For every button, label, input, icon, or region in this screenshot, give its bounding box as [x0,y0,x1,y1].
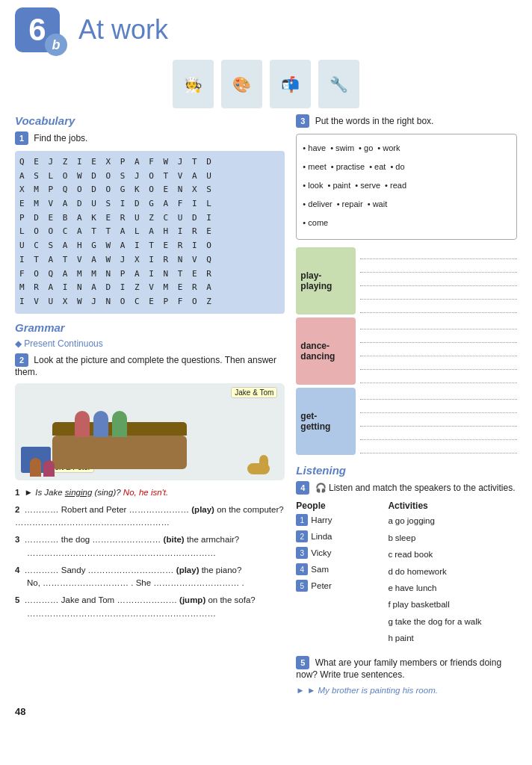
category-row-play: play-playing [296,247,517,315]
answer-line [360,401,517,413]
task1-number: 1 [15,131,28,145]
answer-line [360,415,517,427]
activity-h: hpaint [388,631,517,645]
ws-row-6: L O O C A T T A L A H I R E [19,225,280,239]
illus-waiter: 🧑‍🍳 [173,60,214,108]
answer-line [360,318,517,329]
task4-number: 4 [296,481,309,495]
word-row-1: have swim go work [303,140,510,156]
questions-list: 1 ► Is Jake singing (sing)? No, he isn't… [15,486,285,620]
category-row-dance: dance-dancing [296,318,517,385]
present-continuous-label: Present Continuous [15,338,285,349]
ws-row-2: A S L O W D O S J O T V A U [19,170,280,184]
jake-tom-label: Jake & Tom [231,387,277,398]
answer-line [360,358,517,370]
activity-c: cread book [388,548,517,561]
grammar-section-title: Grammar [15,321,285,334]
answer-line [360,428,517,440]
page-footer: 48 [15,706,517,717]
word-row-2: meet practise eat do [303,159,510,175]
illus-artist: 🎨 [221,60,262,108]
activity-g: gtake the dog for a walk [388,615,517,628]
activity-f: fplay basketball [388,598,517,611]
category-row-get: get-getting [296,388,517,455]
answer-line [360,288,517,300]
activity-b: bsleep [388,531,517,545]
answer-line [360,388,517,400]
ws-row-1: Q E J Z I E X P A F W J T D [19,155,280,170]
ws-row-7: U C S A H G W A I T E R I O [19,239,280,253]
answer-line [360,247,517,259]
person-peter: 5 Peter [296,580,382,592]
task1-instruction: 1 Find the jobs. [15,131,285,145]
ws-row-8: I T A T V A W J X I R N V Q [19,253,280,267]
chapter-number: 6 b [15,7,60,52]
page-title: At work [78,14,168,46]
task5-instruction: 5 What are your family members or friend… [296,656,517,680]
task2-number: 2 [15,353,28,367]
chapter-letter: b [45,34,67,56]
task5-example: ► ► My brother is painting his room. [296,686,517,695]
person-harry: 1 Harry [296,514,382,526]
task3-section: 3 Put the words in the right box. have s… [296,114,517,455]
ws-row-3: X M P Q O D O G K O E N X S [19,183,280,197]
cat-label-play: play-playing [296,247,356,315]
ws-row-5: P D E B A K E R U Z C U D I [19,211,280,226]
people-column: People 1 Harry 2 Linda 3 Vicky 4 [296,501,382,648]
question-4: 4 ………… Sandy ………………………… (play) the piano… [15,564,285,590]
category-table: play-playing dance-dancing [296,247,517,455]
vocab-section-title: Vocabulary [15,114,285,127]
word-row-4: deliver repair wait [303,196,510,212]
ws-row-10: M R A I N A D I Z V M E R A [19,281,280,295]
activities-col-header: Activities [388,501,517,511]
question-1: 1 ► Is Jake singing (sing)? No, he isn't… [15,486,285,499]
person-vicky: 3 Vicky [296,547,382,559]
question-3: 3 ………… the dog …………………… (bite) the armch… [15,533,285,560]
question-5: 5 ………… Jake and Tom ………………… (jump) on th… [15,594,285,620]
job-illustrations: 🧑‍🍳 🎨 📬 🔧 [15,60,517,108]
question-2: 2 ………… Robert and Peter ………………… (play) o… [15,504,285,530]
people-activities-table: People 1 Harry 2 Linda 3 Vicky 4 [296,501,517,648]
listening-section: Listening 4 🎧 Listen and match the speak… [296,464,517,694]
word-row-5: come [303,215,510,231]
vocabulary-section: Vocabulary 1 Find the jobs. Q E J Z I E … [15,114,285,314]
task4-instruction: 4 🎧 Listen and match the speakers to the… [296,481,517,495]
cat-lines-get [356,388,517,455]
scene-illustration: Jake & Tom Sandy Robert & Peter [15,383,285,480]
person-linda: 2 Linda [296,530,382,542]
listening-section-title: Listening [296,464,517,477]
ws-row-4: E M V A D U S I D G A F I L [19,197,280,211]
people-col-header: People [296,501,382,511]
word-list-box: have swim go work meet practise eat do l… [296,134,517,240]
answer-line [360,344,517,356]
activity-e: ehave lunch [388,581,517,595]
ws-row-9: F O Q A M M N P A I N T E R [19,267,280,282]
answer-line [360,301,517,313]
person-sam: 4 Sam [296,563,382,575]
illus-postman: 📬 [270,60,311,108]
task3-instruction: 3 Put the words in the right box. [296,114,517,128]
activity-a: ago jogging [388,514,517,527]
page-number: 48 [15,706,25,717]
answer-line [360,442,517,453]
ws-row-11: I V U X W J N O C E P F O Z [19,295,280,309]
activity-d: ddo homework [388,565,517,578]
cat-label-get: get-getting [296,388,356,455]
task3-number: 3 [296,114,309,128]
answer-line [360,261,517,273]
answer-line [360,371,517,383]
cat-label-dance: dance-dancing [296,318,356,385]
activities-column: Activities ago jogging bsleep cread book… [388,501,517,648]
word-row-3: look paint serve read [303,178,510,193]
task5-section: 5 What are your family members or friend… [296,656,517,695]
word-search-grid: Q E J Z I E X P A F W J T D A S L O W D … [15,151,285,314]
grammar-section: Grammar Present Continuous 2 Look at the… [15,321,285,620]
answer-line [360,274,517,286]
task2-instruction: 2 Look at the picture and complete the q… [15,353,285,377]
cat-lines-play [356,247,517,315]
answer-line [360,331,517,343]
illus-worker2: 🔧 [318,60,359,108]
right-column: 3 Put the words in the right box. have s… [296,114,517,695]
left-column: Vocabulary 1 Find the jobs. Q E J Z I E … [15,114,285,695]
task5-number: 5 [296,656,309,669]
